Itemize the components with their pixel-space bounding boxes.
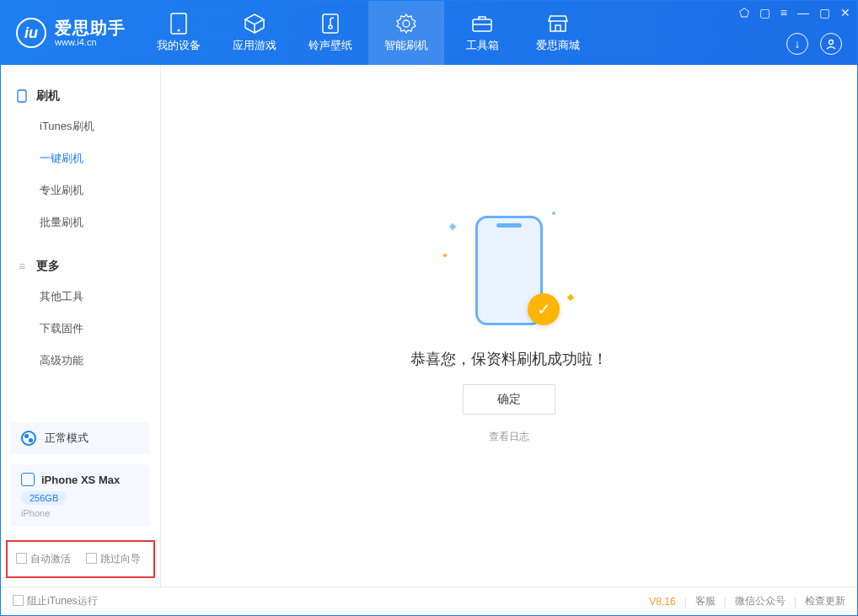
device-storage-badge: 256GB xyxy=(21,491,67,505)
svg-rect-4 xyxy=(473,19,491,31)
tab-toolbox[interactable]: 工具箱 xyxy=(444,1,520,65)
checkbox-block-itunes[interactable]: 阻止iTunes运行 xyxy=(13,594,98,608)
mode-icon xyxy=(21,431,36,446)
store-icon xyxy=(547,13,569,35)
tab-label: 我的设备 xyxy=(157,38,201,53)
mode-card[interactable]: 正常模式 xyxy=(11,422,150,454)
device-small-icon xyxy=(21,473,35,486)
sidebar-group-flash: 刷机 iTunes刷机 一键刷机 专业刷机 批量刷机 xyxy=(1,75,160,245)
gear-icon xyxy=(395,13,417,35)
device-name: iPhone XS Max xyxy=(41,474,120,486)
tab-smart-flash[interactable]: 智能刷机 xyxy=(368,1,444,65)
minimize-button[interactable]: — xyxy=(797,6,809,19)
dot-icon xyxy=(443,254,447,257)
sidebar-group-title: 刷机 xyxy=(36,88,60,104)
version-label: V8.16 xyxy=(649,596,675,608)
sidebar-group-more: ≡ 更多 其他工具 下载固件 高级功能 xyxy=(1,245,160,383)
device-card[interactable]: iPhone XS Max 256GB iPhone xyxy=(11,464,150,527)
sparkle-icon xyxy=(449,223,456,230)
sidebar-item-other-tools[interactable]: 其他工具 xyxy=(1,281,160,313)
tab-label: 智能刷机 xyxy=(384,38,428,53)
cube-icon xyxy=(244,13,265,35)
sidebar-head-more: ≡ 更多 xyxy=(1,252,160,281)
tab-label: 铃声壁纸 xyxy=(308,38,352,53)
sidebar-head-flash: 刷机 xyxy=(1,82,160,110)
footer-right: V8.16 | 客服 | 微信公众号 | 检查更新 xyxy=(649,594,845,608)
main-content: ✓ 恭喜您，保资料刷机成功啦！ 确定 查看日志 xyxy=(161,65,857,587)
svg-point-3 xyxy=(403,20,410,27)
svg-rect-6 xyxy=(18,90,26,102)
tab-my-device[interactable]: 我的设备 xyxy=(141,1,217,65)
checkmark-icon: ✓ xyxy=(528,293,560,325)
download-icon[interactable]: ↓ xyxy=(786,33,808,55)
sidebar-item-batch-flash[interactable]: 批量刷机 xyxy=(1,206,160,238)
sidebar: 刷机 iTunes刷机 一键刷机 专业刷机 批量刷机 ≡ 更多 其他工具 下载固… xyxy=(1,65,161,587)
sidebar-item-download-firmware[interactable]: 下载固件 xyxy=(1,313,160,345)
list-icon: ≡ xyxy=(16,260,28,272)
app-logo-icon: iu xyxy=(16,18,46,48)
success-illustration: ✓ xyxy=(450,207,568,334)
tab-ringtones-wallpapers[interactable]: 铃声壁纸 xyxy=(292,1,368,65)
ok-button[interactable]: 确定 xyxy=(463,384,555,415)
sidebar-item-advanced[interactable]: 高级功能 xyxy=(1,345,160,377)
logo-area: iu 爱思助手 www.i4.cn xyxy=(1,18,141,48)
checkbox-auto-activate[interactable]: 自动激活 xyxy=(16,552,71,566)
sidebar-group-title: 更多 xyxy=(36,259,60,274)
mode-label: 正常模式 xyxy=(45,431,88,446)
music-icon xyxy=(319,13,341,35)
app-window: iu 爱思助手 www.i4.cn 我的设备 应用游戏 铃声壁纸 智能刷机 xyxy=(0,0,858,616)
tab-label: 应用游戏 xyxy=(233,38,276,53)
checkbox-icon xyxy=(16,553,27,564)
highlight-checkbox-row: 自动激活 跳过向导 xyxy=(6,540,155,578)
checkbox-icon xyxy=(13,595,24,606)
success-title: 恭喜您，保资料刷机成功啦！ xyxy=(410,349,608,369)
sidebar-item-oneclick-flash[interactable]: 一键刷机 xyxy=(1,142,160,174)
footer-link-update[interactable]: 检查更新 xyxy=(805,594,845,608)
body-area: 刷机 iTunes刷机 一键刷机 专业刷机 批量刷机 ≡ 更多 其他工具 下载固… xyxy=(1,65,857,587)
tab-store[interactable]: 爱思商城 xyxy=(520,1,596,65)
sparkle-icon xyxy=(567,294,574,301)
nav-tabs: 我的设备 应用游戏 铃声壁纸 智能刷机 工具箱 爱思商城 xyxy=(141,1,596,65)
device-icon xyxy=(168,13,190,35)
logo-text: 爱思助手 www.i4.cn xyxy=(55,19,126,47)
dot-icon xyxy=(552,212,555,215)
app-subtitle: www.i4.cn xyxy=(55,37,126,47)
device-type: iPhone xyxy=(21,508,140,518)
view-log-link[interactable]: 查看日志 xyxy=(489,430,529,444)
svg-point-1 xyxy=(178,29,180,32)
header-right-icons: ↓ xyxy=(786,33,842,55)
tab-label: 工具箱 xyxy=(466,38,499,53)
header-bar: iu 爱思助手 www.i4.cn 我的设备 应用游戏 铃声壁纸 智能刷机 xyxy=(1,1,857,65)
footer-left: 阻止iTunes运行 xyxy=(13,594,98,608)
shirt-icon[interactable]: ⬠ xyxy=(739,6,749,19)
sidebar-item-pro-flash[interactable]: 专业刷机 xyxy=(1,174,160,206)
feedback-icon[interactable]: ▢ xyxy=(759,6,770,19)
svg-point-5 xyxy=(829,40,834,45)
maximize-button[interactable]: ▢ xyxy=(819,6,830,19)
app-title: 爱思助手 xyxy=(55,19,126,37)
checkbox-icon xyxy=(86,553,97,564)
footer-link-service[interactable]: 客服 xyxy=(695,594,716,608)
user-icon[interactable] xyxy=(820,33,842,55)
tab-label: 爱思商城 xyxy=(536,38,580,53)
sidebar-item-itunes-flash[interactable]: iTunes刷机 xyxy=(1,110,160,142)
menu-icon[interactable]: ≡ xyxy=(780,6,787,19)
tab-apps-games[interactable]: 应用游戏 xyxy=(217,1,292,65)
window-controls: ⬠ ▢ ≡ — ▢ ✕ xyxy=(739,6,850,19)
checkbox-skip-guide[interactable]: 跳过向导 xyxy=(86,552,141,566)
phone-small-icon xyxy=(16,90,28,102)
briefcase-icon xyxy=(471,13,493,35)
footer-bar: 阻止iTunes运行 V8.16 | 客服 | 微信公众号 | 检查更新 xyxy=(1,587,857,615)
footer-link-wechat[interactable]: 微信公众号 xyxy=(735,594,786,608)
close-button[interactable]: ✕ xyxy=(840,6,850,19)
